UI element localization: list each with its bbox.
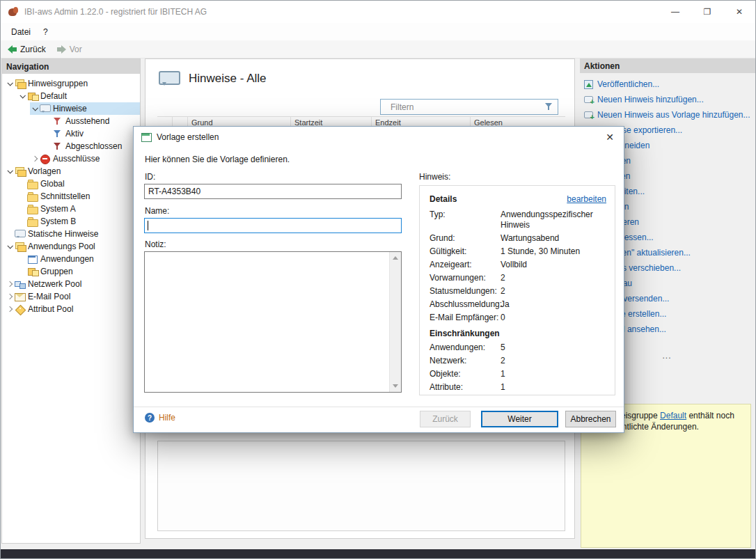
chevron-right-icon[interactable]: [30, 157, 40, 161]
toolbar: Zurück Vor: [1, 40, 755, 58]
group-icon: [27, 91, 38, 102]
name-label: Name:: [145, 206, 169, 216]
chevron-down-icon[interactable]: [30, 107, 40, 111]
network-icon: [15, 279, 26, 290]
chevron-down-icon[interactable]: [5, 81, 15, 86]
bearbeiten-link[interactable]: bearbeiten: [567, 194, 606, 204]
tree-item-netzwerk-pool[interactable]: Netzwerk Pool: [2, 278, 140, 290]
tree-item-default[interactable]: Default: [2, 90, 140, 102]
chevron-right-icon[interactable]: [5, 282, 15, 286]
tree-item-aktiv[interactable]: Aktiv: [2, 127, 140, 140]
detail-row: Attribute:1: [430, 382, 609, 393]
detail-row: Anwendungen:5: [430, 343, 609, 353]
chevron-right-icon[interactable]: [5, 294, 15, 299]
vorlage-erstellen-dialog: Vorlage erstellen ✕ Hier können Sie die …: [133, 126, 624, 433]
funnel-done-icon: [52, 141, 63, 152]
dialog-close-icon[interactable]: ✕: [600, 129, 620, 145]
add-hint-from-template-icon: [584, 111, 593, 120]
chevron-down-icon[interactable]: [17, 94, 27, 98]
detail-row: Typ:Anwendungsspezifischer Hinweis: [430, 210, 609, 230]
id-field[interactable]: [144, 184, 402, 199]
dialog-intro-text: Hier können Sie die Vorlage definieren.: [145, 155, 290, 164]
tree-item-gruppen[interactable]: Gruppen: [2, 265, 140, 278]
maximize-button[interactable]: ❐: [691, 1, 723, 23]
tree-item-hinweisgruppen[interactable]: Hinweisgruppen: [2, 77, 140, 90]
action-neuen-hinweis-hinzufuegen[interactable]: Neuen Hinweis hinzufügen...: [584, 95, 751, 104]
tree-item-ausstehend[interactable]: Ausstehend: [2, 115, 140, 127]
help-icon: [145, 413, 155, 423]
menu-datei[interactable]: Datei: [5, 25, 37, 39]
forward-arrow-icon: [57, 45, 66, 54]
funnel-active-icon: [52, 129, 63, 139]
detail-row: Objekte:1: [430, 369, 609, 379]
window-icon: [27, 254, 38, 265]
filter-input[interactable]: [381, 100, 544, 114]
stack-icon: [15, 242, 26, 252]
help-link[interactable]: Hilfe: [145, 413, 175, 423]
mail-icon: [15, 292, 26, 302]
notiz-field[interactable]: [145, 252, 389, 392]
group-icon: [27, 267, 38, 277]
tree-item-global[interactable]: Global: [2, 178, 140, 190]
tree-item-ausschluesse[interactable]: Ausschlüsse: [2, 152, 140, 165]
name-field[interactable]: [144, 218, 402, 233]
navigation-header: Navigation: [2, 59, 140, 74]
hinweis-label: Hinweis:: [419, 172, 450, 182]
tree-item-system-b[interactable]: System B: [2, 215, 140, 228]
chevron-down-icon[interactable]: [5, 169, 15, 173]
tree-item-hinweise[interactable]: Hinweise: [2, 102, 140, 115]
back-arrow-icon: [8, 45, 17, 54]
tree-item-system-a[interactable]: System A: [2, 203, 140, 215]
folder-icon: [27, 179, 38, 189]
menu-help[interactable]: ?: [37, 25, 54, 39]
taskbar-strip: [1, 549, 755, 558]
tag-icon: [15, 304, 26, 315]
funnel-pending-icon: [52, 116, 63, 127]
dialog-title-bar: Vorlage erstellen ✕: [134, 127, 624, 148]
chevron-down-icon[interactable]: [5, 244, 15, 249]
default-group-link[interactable]: Default: [660, 411, 686, 420]
forward-button[interactable]: Vor: [57, 45, 82, 54]
scrollbar[interactable]: [389, 252, 401, 392]
navigation-tree: Hinweisgruppen Default Hinweise Ausstehe…: [2, 74, 140, 315]
title-bar: IBI-aws Admin 1.22.0 - registriert für I…: [1, 1, 755, 23]
hint-summary-panel: Details bearbeiten Typ:Anwendungsspezifi…: [419, 185, 615, 395]
zurueck-button[interactable]: Zurück: [420, 411, 471, 427]
tree-item-attribut-pool[interactable]: Attribut Pool: [2, 303, 140, 315]
details-header: Details: [430, 194, 567, 204]
back-button[interactable]: Zurück: [8, 45, 46, 54]
tree-item-anwendungs-pool[interactable]: Anwendungs Pool: [2, 240, 140, 253]
footer-divider: [134, 407, 624, 407]
navigation-panel: Navigation Hinweisgruppen Default Hinwei…: [1, 58, 141, 544]
tree-item-statische-hinweise[interactable]: Statische Hinweise: [2, 228, 140, 240]
chevron-right-icon[interactable]: [5, 307, 15, 311]
folders-icon: [15, 166, 26, 177]
actions-header: Aktionen: [580, 58, 755, 73]
tree-item-vorlagen[interactable]: Vorlagen: [2, 165, 140, 178]
hint-icon: [15, 229, 26, 239]
tree-item-schnittstellen[interactable]: Schnittstellen: [2, 190, 140, 203]
scroll-up-icon[interactable]: [390, 252, 401, 263]
tree-item-anwendungen[interactable]: Anwendungen: [2, 253, 140, 265]
abbrechen-button[interactable]: Abbrechen: [565, 411, 616, 427]
close-button[interactable]: ✕: [723, 1, 755, 23]
detail-row: Netzwerk:2: [430, 356, 609, 366]
window-controls: — ❐ ✕: [659, 1, 755, 23]
hint-icon: [40, 104, 51, 114]
page-title: Hinweise - Alle: [189, 72, 267, 86]
restrictions-header: Einschränkungen: [430, 329, 609, 339]
notiz-field-wrap: [144, 251, 402, 393]
filter-box: [380, 99, 558, 115]
id-label: ID:: [145, 172, 155, 182]
filter-funnel-icon[interactable]: [544, 102, 555, 112]
detail-row: Grund:Wartungsabend: [430, 233, 609, 244]
tree-item-abgeschlossen[interactable]: Abgeschlossen: [2, 140, 140, 152]
detail-row: Statusmeldungen:2: [430, 286, 609, 297]
dialog-icon: [141, 132, 152, 142]
action-veroeffentlichen[interactable]: Veröffentlichen...: [584, 79, 751, 89]
minimize-button[interactable]: —: [659, 1, 691, 23]
scroll-down-icon[interactable]: [390, 381, 401, 392]
tree-item-email-pool[interactable]: E-Mail Pool: [2, 290, 140, 303]
weiter-button[interactable]: Weiter: [481, 411, 558, 427]
action-neuen-hinweis-aus-vorlage[interactable]: Neuen Hinweis aus Vorlage hinzufügen...: [584, 110, 751, 120]
